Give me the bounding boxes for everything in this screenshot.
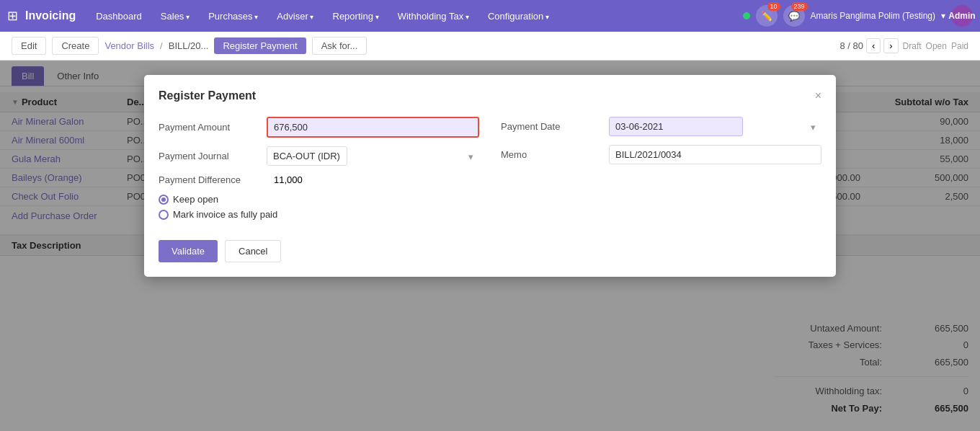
edit-icon-btn[interactable]: ✏️ 10: [756, 5, 778, 27]
payment-amount-input[interactable]: [267, 117, 479, 138]
ask-button[interactable]: Ask for...: [312, 37, 368, 55]
breadcrumb-right: 8 / 80 ‹ › Draft Open Paid: [839, 38, 968, 53]
keep-open-label: Keep open: [173, 194, 218, 205]
breadcrumb-vendor-bills[interactable]: Vendor Bills: [104, 40, 154, 51]
nav-dashboard[interactable]: Dashboard: [89, 6, 149, 26]
payment-journal-label: Payment Journal: [159, 151, 259, 161]
keep-open-option[interactable]: Keep open: [159, 194, 479, 205]
status-open: Open: [926, 41, 947, 51]
keep-open-radio[interactable]: [159, 195, 169, 205]
breadcrumb-current: BILL/20...: [169, 40, 209, 51]
pager-prev[interactable]: ‹: [866, 38, 881, 53]
memo-input[interactable]: [609, 145, 821, 164]
cancel-button[interactable]: Cancel: [225, 240, 281, 262]
payment-journal-select-wrapper: BCA-OUT (IDR) ▾: [267, 146, 479, 166]
mark-paid-option[interactable]: Mark invoice as fully paid: [159, 209, 479, 220]
payment-date-row: Payment Date ▾: [501, 117, 821, 136]
avatar[interactable]: Admin: [951, 5, 973, 27]
pager-info: 8 / 80: [839, 40, 863, 51]
grid-icon[interactable]: ⊞: [7, 8, 18, 24]
modal-close-button[interactable]: ×: [815, 89, 821, 102]
memo-label: Memo: [501, 149, 602, 160]
nav-adviser[interactable]: Adviser: [270, 6, 321, 26]
notification-badge: 239: [791, 2, 808, 11]
pager: 8 / 80 ‹ ›: [839, 38, 898, 53]
payment-date-input[interactable]: [609, 117, 743, 136]
breadcrumb-bar: Edit Create Vendor Bills / BILL/20... Re…: [0, 32, 980, 61]
status-paid: Paid: [951, 41, 968, 51]
modal-footer: Validate Cancel: [159, 240, 821, 262]
payment-journal-select[interactable]: BCA-OUT (IDR): [267, 146, 347, 166]
modal-body: Payment Amount Payment Journal BCA-OUT (…: [159, 117, 821, 226]
nav-reporting[interactable]: Reporting: [326, 6, 386, 26]
pager-next[interactable]: ›: [883, 38, 898, 53]
memo-row: Memo: [501, 145, 821, 164]
payment-diff-label: Payment Difference: [159, 174, 259, 185]
payment-amount-row: Payment Amount: [159, 117, 479, 138]
nav-purchases[interactable]: Purchases: [201, 6, 265, 26]
edit-button[interactable]: Edit: [12, 37, 46, 55]
date-dropdown-icon[interactable]: ▾: [811, 121, 816, 132]
notification-icon-btn[interactable]: 💬 239: [783, 5, 805, 27]
user-name[interactable]: Amaris Panglima Polim (Testing): [811, 11, 935, 21]
edit-badge: 10: [767, 2, 780, 11]
payment-diff-options: Keep open Mark invoice as fully paid: [159, 194, 479, 220]
app-brand: Invoicing: [25, 9, 76, 22]
status-dot: [743, 12, 750, 19]
modal-header: Register Payment ×: [159, 89, 821, 102]
modal-left-col: Payment Amount Payment Journal BCA-OUT (…: [159, 117, 479, 226]
payment-diff-value: 11,000: [274, 174, 303, 185]
payment-journal-row: Payment Journal BCA-OUT (IDR) ▾: [159, 146, 479, 166]
mark-paid-label: Mark invoice as fully paid: [173, 209, 277, 220]
user-arrow[interactable]: ▾: [941, 11, 945, 21]
select-arrow-icon: ▾: [468, 151, 473, 161]
create-button[interactable]: Create: [52, 37, 99, 55]
content-area: Bill Other Info ▼ Product De... Subtotal…: [0, 61, 980, 431]
nav-withholding-tax[interactable]: Withholding Tax: [391, 6, 476, 26]
modal-right-col: Payment Date ▾ Memo: [501, 117, 821, 226]
payment-diff-row: Payment Difference 11,000: [159, 174, 479, 185]
payment-date-wrapper: ▾: [609, 117, 821, 136]
register-payment-button[interactable]: Register Payment: [214, 37, 306, 54]
breadcrumb-separator: /: [160, 40, 163, 51]
payment-amount-label: Payment Amount: [159, 122, 259, 133]
mark-paid-radio[interactable]: [159, 210, 169, 220]
register-payment-modal: Register Payment × Payment Amount Paymen…: [144, 75, 836, 277]
payment-date-label: Payment Date: [501, 121, 602, 132]
nav-right-section: ✏️ 10 💬 239 Amaris Panglima Polim (Testi…: [743, 5, 973, 27]
status-draft: Draft: [903, 41, 922, 51]
modal-title: Register Payment: [159, 89, 256, 102]
validate-button[interactable]: Validate: [159, 240, 218, 262]
top-navigation: ⊞ Invoicing Dashboard Sales Purchases Ad…: [0, 0, 980, 32]
nav-configuration[interactable]: Configuration: [481, 6, 556, 26]
nav-sales[interactable]: Sales: [153, 6, 197, 26]
